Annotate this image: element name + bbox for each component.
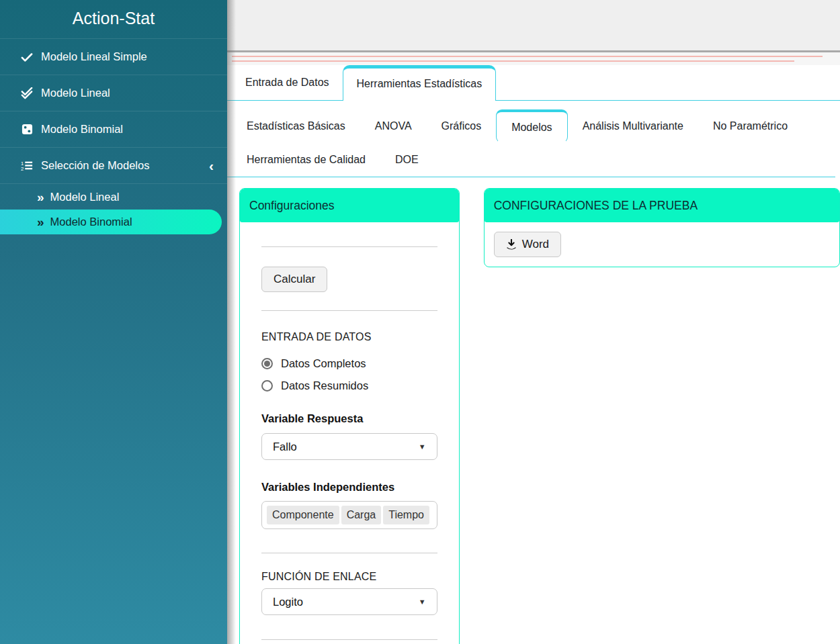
sidebar-subitem-modelo-binomial[interactable]: » Modelo Binomial [0,210,222,234]
tab-estadisticas-basicas[interactable]: Estadísticas Básicas [232,109,360,143]
svg-text:2: 2 [21,166,24,171]
secondary-tabbar: Estadísticas Básicas ANOVA Gráficos Mode… [227,109,835,177]
sidebar: Action-Stat Modelo Lineal Simple Modelo … [0,0,227,644]
divider [261,553,437,553]
sidebar-item-label: Modelo Lineal Simple [41,50,147,63]
link-function-select[interactable]: Logito ▼ [261,588,437,615]
tab-anova[interactable]: ANOVA [360,109,427,143]
config-panel-body: Calcular ENTRADA DE DATOS Datos Completo… [240,246,459,640]
divider [261,310,437,311]
sidebar-shadow [227,0,236,644]
divider [261,246,437,247]
angle-double-right-icon: » [37,216,44,228]
radio-label: Datos Completos [281,357,366,370]
pink-line [232,60,794,62]
sidebar-item-modelo-binomial[interactable]: Modelo Binomial [0,111,227,148]
sidebar-subitem-label: Modelo Lineal [50,191,120,203]
config-panel-title: Configuraciones [249,199,334,213]
independent-variables-input[interactable]: Componente Carga Tiempo [261,501,437,529]
sidebar-nav: Modelo Lineal Simple Modelo Lineal [0,38,227,237]
tab-graficos[interactable]: Gráficos [427,109,497,143]
sidebar-subgroup: » Modelo Lineal » Modelo Binomial [0,184,227,237]
word-button-label: Word [522,238,549,251]
radio-datos-resumidos[interactable]: Datos Resumidos [261,379,437,392]
radio-datos-completos[interactable]: Datos Completos [261,357,437,370]
variable-tag[interactable]: Carga [341,506,382,524]
tab-herramientas-de-calidad[interactable]: Herramientas de Calidad [232,143,380,177]
response-variable-select[interactable]: Fallo ▼ [261,433,437,460]
radio-label: Datos Resumidos [281,379,368,392]
tab-modelos[interactable]: Modelos [496,109,567,143]
response-variable-label: Variable Respuesta [261,412,437,425]
app-title: Action-Stat [0,0,227,38]
tab-analisis-multivariante[interactable]: Análisis Multivariante [568,109,698,143]
word-export-button[interactable]: Word [494,232,561,257]
angle-double-right-icon: » [37,191,44,203]
caret-down-icon: ▼ [419,443,426,451]
independent-variables-label: Variables Independientes [261,481,437,494]
tab-doe[interactable]: DOE [380,143,433,177]
data-entry-heading: ENTRADA DE DATOS [261,331,437,343]
sidebar-item-seleccion-de-modelos[interactable]: 1 2 Selección de Modelos ‹ [0,148,227,184]
results-panel-body: Word [485,222,839,267]
sidebar-subitem-modelo-lineal[interactable]: » Modelo Lineal [0,185,227,210]
sidebar-item-label: Modelo Lineal [41,87,110,99]
caret-down-icon: ▼ [419,598,426,606]
link-function-value: Logito [273,596,303,608]
sidebar-item-modelo-lineal[interactable]: Modelo Lineal [0,75,227,111]
primary-tabbar: Entrada de Datos Herramientas Estadístic… [227,65,840,101]
download-icon [506,239,517,250]
calculate-button[interactable]: Calcular [261,267,327,292]
check-double-icon [20,87,34,99]
dice-icon [20,124,34,136]
check-icon [20,51,34,63]
sidebar-item-label: Modelo Binomial [41,123,123,136]
radio-unselected-icon[interactable] [261,380,273,392]
variable-tag[interactable]: Componente [267,506,339,524]
panels-row: Configuraciones Calcular ENTRADA DE DATO… [227,188,840,644]
tab-herramientas-estadisticas[interactable]: Herramientas Estadísticas [343,65,497,101]
radio-selected-icon[interactable] [261,358,273,369]
header-separator-zone [227,52,840,65]
sidebar-item-modelo-lineal-simple[interactable]: Modelo Lineal Simple [0,39,227,75]
collapse-chevron-icon[interactable]: ‹ [209,158,214,173]
sidebar-item-label: Selección de Modelos [41,159,149,172]
variable-tag[interactable]: Tiempo [383,506,429,524]
app-root: Action-Stat Modelo Lineal Simple Modelo … [0,0,840,644]
sidebar-subitem-label: Modelo Binomial [50,216,132,228]
config-panel: Configuraciones Calcular ENTRADA DE DATO… [239,188,460,644]
tab-entrada-de-datos[interactable]: Entrada de Datos [232,65,343,100]
config-panel-header: Configuraciones [240,189,459,222]
tab-no-parametrico[interactable]: No Paramétrico [698,109,802,143]
list-ol-icon: 1 2 [20,160,34,172]
link-function-heading: FUNCIÓN DE ENLACE [261,571,437,583]
response-variable-value: Fallo [273,441,297,453]
main-content: Entrada de Datos Herramientas Estadístic… [227,0,840,644]
results-panel-header: CONFIGURACIONES DE LA PRUEBA [485,189,839,222]
results-panel-title: CONFIGURACIONES DE LA PRUEBA [494,199,698,213]
results-panel: CONFIGURACIONES DE LA PRUEBA Word [484,188,840,267]
top-header-bar [227,0,840,52]
pink-line [232,56,823,57]
divider [261,639,437,640]
